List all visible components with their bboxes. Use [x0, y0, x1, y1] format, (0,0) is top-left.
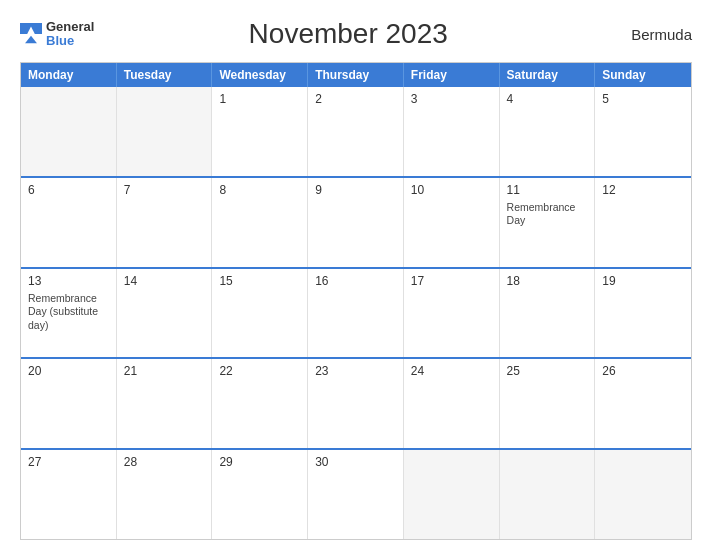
day-cell: 18: [500, 269, 596, 358]
week-row-2: 13Remembrance Day (substitute day)141516…: [21, 267, 691, 358]
day-number: 9: [315, 183, 396, 197]
day-cell: 25: [500, 359, 596, 448]
day-cell: 1: [212, 87, 308, 176]
day-header-sunday: Sunday: [595, 63, 691, 87]
day-cell: 8: [212, 178, 308, 267]
day-cell: 14: [117, 269, 213, 358]
day-cell: 21: [117, 359, 213, 448]
day-event: Remembrance Day: [507, 201, 588, 228]
day-cell: 27: [21, 450, 117, 539]
day-number: 19: [602, 274, 684, 288]
day-cell: 10: [404, 178, 500, 267]
day-cell: [117, 87, 213, 176]
day-number: 14: [124, 274, 205, 288]
day-cell: 7: [117, 178, 213, 267]
day-header-friday: Friday: [404, 63, 500, 87]
calendar-page: General Blue November 2023 Bermuda Monda…: [0, 0, 712, 550]
day-number: 4: [507, 92, 588, 106]
calendar-grid: MondayTuesdayWednesdayThursdayFridaySatu…: [20, 62, 692, 540]
day-cell: 24: [404, 359, 500, 448]
logo: General Blue: [20, 20, 94, 49]
day-cell: 17: [404, 269, 500, 358]
day-number: 21: [124, 364, 205, 378]
day-header-tuesday: Tuesday: [117, 63, 213, 87]
calendar-title: November 2023: [94, 18, 602, 50]
day-number: 6: [28, 183, 109, 197]
day-number: 12: [602, 183, 684, 197]
day-cell: 11Remembrance Day: [500, 178, 596, 267]
day-cell: 29: [212, 450, 308, 539]
day-cell: 9: [308, 178, 404, 267]
day-number: 27: [28, 455, 109, 469]
week-row-0: 12345: [21, 87, 691, 176]
day-event: Remembrance Day (substitute day): [28, 292, 109, 333]
day-header-thursday: Thursday: [308, 63, 404, 87]
week-row-1: 67891011Remembrance Day12: [21, 176, 691, 267]
day-cell: 22: [212, 359, 308, 448]
day-header-saturday: Saturday: [500, 63, 596, 87]
day-number: 20: [28, 364, 109, 378]
day-number: 22: [219, 364, 300, 378]
weeks-container: 1234567891011Remembrance Day1213Remembra…: [21, 87, 691, 539]
day-cell: 13Remembrance Day (substitute day): [21, 269, 117, 358]
day-cell: 23: [308, 359, 404, 448]
day-number: 2: [315, 92, 396, 106]
day-number: 1: [219, 92, 300, 106]
day-cell: 30: [308, 450, 404, 539]
day-cell: [500, 450, 596, 539]
days-header: MondayTuesdayWednesdayThursdayFridaySatu…: [21, 63, 691, 87]
day-number: 3: [411, 92, 492, 106]
week-row-4: 27282930: [21, 448, 691, 539]
day-number: 10: [411, 183, 492, 197]
day-number: 29: [219, 455, 300, 469]
day-number: 17: [411, 274, 492, 288]
calendar-header: General Blue November 2023 Bermuda: [20, 18, 692, 50]
day-number: 28: [124, 455, 205, 469]
day-number: 23: [315, 364, 396, 378]
day-header-monday: Monday: [21, 63, 117, 87]
day-number: 16: [315, 274, 396, 288]
logo-icon: [20, 23, 42, 45]
day-cell: 20: [21, 359, 117, 448]
day-cell: 5: [595, 87, 691, 176]
day-cell: 16: [308, 269, 404, 358]
calendar-region: Bermuda: [602, 26, 692, 43]
day-cell: [595, 450, 691, 539]
day-cell: 12: [595, 178, 691, 267]
day-number: 15: [219, 274, 300, 288]
day-number: 18: [507, 274, 588, 288]
day-number: 5: [602, 92, 684, 106]
week-row-3: 20212223242526: [21, 357, 691, 448]
day-number: 7: [124, 183, 205, 197]
day-cell: [404, 450, 500, 539]
day-cell: 2: [308, 87, 404, 176]
day-header-wednesday: Wednesday: [212, 63, 308, 87]
day-cell: 28: [117, 450, 213, 539]
day-number: 13: [28, 274, 109, 288]
day-cell: 3: [404, 87, 500, 176]
day-cell: 26: [595, 359, 691, 448]
day-cell: [21, 87, 117, 176]
day-cell: 19: [595, 269, 691, 358]
day-cell: 15: [212, 269, 308, 358]
day-number: 25: [507, 364, 588, 378]
day-number: 11: [507, 183, 588, 197]
day-cell: 4: [500, 87, 596, 176]
day-number: 26: [602, 364, 684, 378]
day-number: 8: [219, 183, 300, 197]
day-number: 24: [411, 364, 492, 378]
logo-text: General Blue: [46, 20, 94, 49]
day-number: 30: [315, 455, 396, 469]
day-cell: 6: [21, 178, 117, 267]
